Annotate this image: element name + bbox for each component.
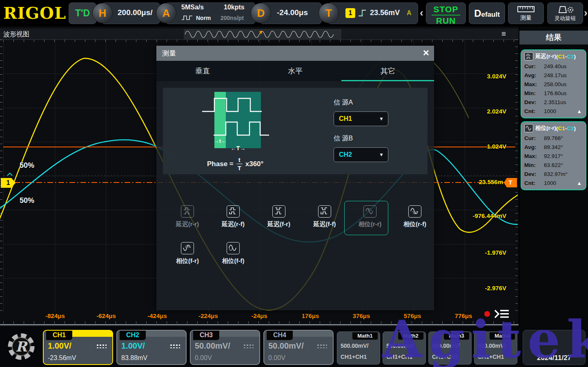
source-a-select[interactable]: CH1 ▼: [334, 111, 388, 126]
source-b-label: 信 源B: [334, 134, 353, 143]
smart-knob-button[interactable]: 灵动旋钮: [547, 2, 583, 24]
coupling-icon: [97, 345, 107, 349]
formula-lhs: Phase =: [207, 160, 234, 168]
phase-diagram: →t← ←T→: [199, 91, 274, 156]
expand-menu-icon[interactable]: [493, 308, 510, 320]
trigger-slope-icon: [358, 8, 368, 18]
chevron-down-icon: ▼: [379, 116, 384, 122]
measure-button[interactable]: 测量: [508, 2, 544, 24]
ch4-status-box[interactable]: CH4 50.00mV/ 0.00V: [263, 330, 334, 365]
math3-scale: 500.00mV/: [432, 343, 460, 349]
stop-run-divider: [432, 15, 460, 16]
stop-run-button[interactable]: STOP RUN: [426, 2, 466, 24]
math3-expr: CH1+CH1: [432, 354, 458, 360]
time-label: -224μs: [189, 312, 228, 319]
ch1-scale: 1.00V/: [48, 341, 71, 351]
tab-vertical[interactable]: 垂直: [156, 61, 249, 81]
tab-horizontal[interactable]: 水平: [249, 61, 342, 81]
scale-label: 23.556m: [466, 178, 503, 185]
result-row: Dev:2.3511us: [524, 98, 583, 107]
waveform-menu-icon[interactable]: ≡: [501, 29, 506, 38]
result-row: Min:176.60us: [524, 89, 583, 98]
math2-tab: Math2: [398, 332, 423, 340]
svg-text:→t←: →t←: [214, 138, 226, 144]
delay-icon: [181, 205, 194, 218]
smart-knob-label: 灵动旋钮: [548, 15, 583, 22]
collapse-icon[interactable]: ▲: [577, 108, 582, 114]
trigger-status-text: T'D: [75, 8, 90, 19]
channel-status-bar: R CH1 1.00V/ -23.56mV CH2 1.00V/ 83.88mV…: [0, 327, 588, 367]
ch1-offset: -23.56mV: [48, 354, 76, 362]
measure-tab-bar: 垂直 水平 其它: [156, 61, 434, 81]
delay-icon: [318, 205, 331, 218]
item-phase-rf[interactable]: 相位(r-f): [393, 205, 437, 228]
measure-dialog-title: 测量: [162, 49, 176, 58]
stop-label: STOP: [426, 4, 466, 14]
horizontal-icon[interactable]: H: [92, 3, 113, 23]
result-card-phase[interactable]: 相位(r-r)(C1 - C2) Cur:89.766° Avg:89.342°…: [521, 121, 586, 190]
toolbar-scroll-left[interactable]: ‹: [420, 7, 423, 19]
phase-icon: [524, 124, 533, 132]
collapse-icon[interactable]: ▲: [577, 180, 582, 186]
trigger-coupling: A: [407, 9, 412, 17]
trigger-level: 23.56mV: [370, 9, 400, 17]
formula-rhs: x360°: [245, 160, 264, 168]
toolbar-scroll-right[interactable]: ›: [584, 7, 588, 19]
knob-gear-icon: [556, 5, 575, 13]
ch3-tab: CH3: [193, 331, 219, 340]
default-button[interactable]: Default: [469, 2, 505, 24]
timebase-value: 200.00μs/: [118, 8, 153, 17]
math1-status-box[interactable]: Math1 500.00mV/ CH1+CH1: [337, 331, 380, 365]
tab-other[interactable]: 其它: [341, 61, 434, 81]
delay-icon: [272, 205, 285, 218]
coupling-icon: [244, 345, 254, 349]
rigol-gear-logo[interactable]: R: [5, 330, 38, 363]
result-row: Min:63.622°: [524, 160, 583, 169]
memory-depth: 10kpts: [224, 4, 245, 11]
math1-tab: Math1: [352, 332, 378, 340]
time-resolution: 200ns/pt: [220, 15, 244, 21]
source-a-value: CH1: [339, 115, 379, 122]
ch3-status-box[interactable]: CH3 50.00mV/ 0.00V: [190, 330, 260, 365]
item-delay-ff[interactable]: 延迟(f-f): [303, 205, 347, 228]
scope-divider: [0, 324, 519, 325]
item-phase-fr[interactable]: 相位(f-r): [165, 242, 209, 265]
measure-label: 测量: [508, 14, 543, 22]
result-card-title: 延迟(r-r)(C1 - C2): [524, 52, 583, 60]
math4-expr: CH1+CH1: [478, 354, 504, 360]
result-card-delay[interactable]: 延迟(r-r)(C1 - C2) Cur:249.40us Avg:248.17…: [521, 49, 586, 118]
system-status-box[interactable]: 2024/11/27: [523, 330, 586, 365]
item-phase-rr[interactable]: 相位(r-r): [348, 205, 392, 228]
ch3-tab-strip: [219, 331, 259, 337]
source-b-select[interactable]: CH2 ▼: [334, 147, 388, 162]
measure-dialog-header[interactable]: 测量 ×: [156, 46, 434, 61]
trigger-icon[interactable]: T: [318, 3, 339, 23]
item-delay-fr[interactable]: 延迟(f-r): [257, 205, 301, 228]
acquire-icon[interactable]: A: [156, 3, 176, 23]
ch2-status-box[interactable]: CH2 1.00V/ 83.88mV: [116, 330, 187, 365]
phase-formula: Phase = t T x360°: [207, 156, 263, 171]
delay-icon[interactable]: D: [251, 3, 271, 23]
scale-label: -976.444mV: [469, 212, 506, 219]
ch1-fifty-percent-label: 50%: [20, 161, 34, 170]
item-delay-rr[interactable]: 延迟(r-r): [165, 205, 209, 228]
close-icon[interactable]: ×: [423, 47, 429, 59]
result-card-title: 相位(r-r)(C1 - C2): [524, 124, 583, 132]
math3-status-box[interactable]: Math3 500.00mV/ CH1+CH1: [428, 331, 472, 365]
ch2-fifty-percent-label: 50%: [20, 196, 34, 205]
trigger-source-badge: 1: [345, 8, 355, 18]
result-row: Cnt:1000▲: [524, 107, 583, 116]
math4-status-box[interactable]: Math4 500.00mV/ CH1+CH1: [474, 331, 517, 365]
result-row: Avg:89.342°: [524, 142, 583, 151]
math2-status-box[interactable]: Math2 500.00mV/ CH1+CH1: [383, 331, 426, 365]
math4-tab: Math4: [490, 332, 515, 340]
trigger-position-pointer[interactable]: ▼: [258, 29, 264, 36]
result-row: Avg:248.17us: [524, 71, 583, 80]
scale-label: 3.024V: [469, 73, 506, 80]
result-row: Cur:89.766°: [524, 133, 583, 142]
ch1-status-box[interactable]: CH1 1.00V/ -23.56mV: [43, 330, 113, 365]
item-delay-rf[interactable]: 延迟(r-f): [211, 205, 255, 228]
item-phase-ff[interactable]: 相位(f-f): [211, 242, 255, 265]
source-a-label: 信 源A: [334, 98, 353, 107]
top-toolbar: RIGOL T'D H 200.00μs/ A 5MSa/s 10kpts No…: [0, 0, 588, 27]
